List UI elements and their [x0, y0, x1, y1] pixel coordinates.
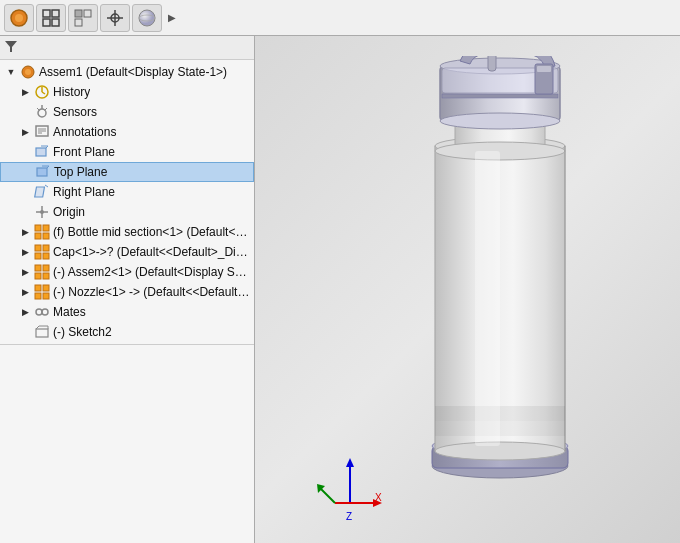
tree-item-right-plane[interactable]: Right Plane [0, 182, 254, 202]
sketch2-space [18, 325, 32, 339]
top-plane-space [19, 165, 33, 179]
front-plane-space [18, 145, 32, 159]
sphere-icon [137, 8, 157, 28]
bottle-label: (f) Bottle mid section<1> (Default<<l... [53, 225, 250, 239]
right-plane-icon [34, 184, 50, 200]
tree-item-history[interactable]: ▶ History [0, 82, 254, 102]
cap-expand[interactable]: ▶ [18, 245, 32, 259]
toolbar-btn-add[interactable] [100, 4, 130, 32]
svg-rect-57 [36, 329, 48, 337]
origin-space [18, 205, 32, 219]
svg-line-89 [320, 488, 335, 503]
svg-rect-3 [52, 10, 59, 17]
assem2-icon [34, 264, 50, 280]
svg-point-65 [435, 442, 565, 460]
svg-rect-2 [43, 10, 50, 17]
sensors-expand-space [18, 105, 32, 119]
svg-rect-34 [35, 187, 45, 197]
svg-rect-39 [35, 225, 41, 231]
annotations-expand[interactable]: ▶ [18, 125, 32, 139]
origin-label: Origin [53, 205, 85, 219]
annotations-icon [34, 124, 50, 140]
svg-text:Z: Z [346, 511, 352, 522]
svg-rect-77 [537, 66, 551, 72]
tree-item-origin[interactable]: Origin [0, 202, 254, 222]
left-panel: ▼ Assem1 (Default<Display State-1>) ▶ [0, 36, 255, 543]
svg-rect-48 [43, 265, 49, 271]
toolbar-btn-sphere[interactable] [132, 4, 162, 32]
mates-icon [34, 304, 50, 320]
main-content: ▼ Assem1 (Default<Display State-1>) ▶ [0, 36, 680, 543]
view-icon [74, 9, 92, 27]
toolbar-btn-view[interactable] [68, 4, 98, 32]
tree-item-sensors[interactable]: Sensors [0, 102, 254, 122]
svg-line-19 [42, 92, 45, 94]
history-label: History [53, 85, 90, 99]
bottle-icon [34, 224, 50, 240]
annotations-label: Annotations [53, 125, 116, 139]
nozzle-label: (-) Nozzle<1> -> (Default<<Default>... [53, 285, 250, 299]
history-expand[interactable]: ▶ [18, 85, 32, 99]
svg-rect-52 [43, 285, 49, 291]
svg-rect-74 [442, 94, 558, 98]
svg-rect-5 [52, 19, 59, 26]
tree-item-nozzle[interactable]: ▶ (-) Nozzle<1> -> (Default<<Default>... [0, 282, 254, 302]
right-plane-space [18, 185, 32, 199]
svg-rect-7 [84, 10, 91, 17]
filter-bar [0, 36, 254, 60]
svg-rect-82 [475, 151, 500, 446]
cap-icon [34, 244, 50, 260]
nozzle-icon [34, 284, 50, 300]
axis-indicator: Z X [315, 453, 375, 513]
tree-item-mates[interactable]: ▶ Mates [0, 302, 254, 322]
svg-point-12 [139, 10, 155, 26]
toolbar-btn-assembly[interactable] [4, 4, 34, 32]
svg-point-55 [36, 309, 42, 315]
svg-rect-40 [43, 225, 49, 231]
tree-item-assem2[interactable]: ▶ (-) Assem2<1> (Default<Display State..… [0, 262, 254, 282]
svg-point-1 [15, 14, 23, 22]
history-icon [34, 84, 50, 100]
svg-marker-14 [5, 41, 17, 52]
crosshair-icon [106, 9, 124, 27]
tree-item-bottle[interactable]: ▶ (f) Bottle mid section<1> (Default<<l.… [0, 222, 254, 242]
svg-rect-31 [37, 168, 47, 176]
assem2-expand[interactable]: ▶ [18, 265, 32, 279]
front-plane-icon [34, 144, 50, 160]
tree-item-annotations[interactable]: ▶ Annotations [0, 122, 254, 142]
toolbar-btn-grid[interactable] [36, 4, 66, 32]
cap-label: Cap<1>->? (Default<<Default>_Disp... [53, 245, 250, 259]
tree-root[interactable]: ▼ Assem1 (Default<Display State-1>) [0, 62, 254, 82]
sketch2-icon [34, 324, 50, 340]
svg-rect-51 [35, 285, 41, 291]
root-expand[interactable]: ▼ [4, 65, 18, 79]
bottle-expand[interactable]: ▶ [18, 225, 32, 239]
tree-item-cap[interactable]: ▶ Cap<1>->? (Default<<Default>_Disp... [0, 242, 254, 262]
svg-point-72 [440, 113, 560, 129]
mates-label: Mates [53, 305, 86, 319]
svg-point-16 [25, 69, 31, 75]
toolbar-expand-arrow[interactable]: ▶ [164, 4, 180, 32]
svg-line-35 [45, 185, 48, 187]
tree-item-top-plane[interactable]: Top Plane [0, 162, 254, 182]
sensors-label: Sensors [53, 105, 97, 119]
assembly-icon [20, 64, 36, 80]
svg-rect-44 [43, 245, 49, 251]
svg-rect-6 [75, 10, 82, 17]
svg-rect-50 [43, 273, 49, 279]
svg-marker-84 [346, 458, 354, 467]
tree-area[interactable]: ▼ Assem1 (Default<Display State-1>) ▶ [0, 60, 254, 543]
bottle-3d-model [380, 56, 660, 516]
svg-point-56 [42, 309, 48, 315]
svg-rect-54 [43, 293, 49, 299]
mates-expand[interactable]: ▶ [18, 305, 32, 319]
svg-rect-47 [35, 265, 41, 271]
svg-rect-49 [35, 273, 41, 279]
top-plane-label: Top Plane [54, 165, 107, 179]
tree-item-sketch2[interactable]: (-) Sketch2 [0, 322, 254, 342]
origin-icon [34, 204, 50, 220]
nozzle-expand[interactable]: ▶ [18, 285, 32, 299]
tree-item-front-plane[interactable]: Front Plane [0, 142, 254, 162]
front-plane-label: Front Plane [53, 145, 115, 159]
viewport[interactable]: Z X [255, 36, 680, 543]
